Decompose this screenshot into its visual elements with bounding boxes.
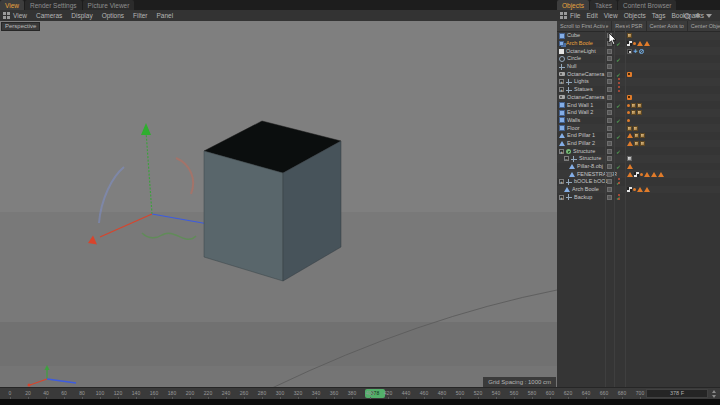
object-row-cube[interactable]: Cube✓ xyxy=(557,32,720,40)
layer-toggle[interactable] xyxy=(607,87,612,92)
texture-tag[interactable] xyxy=(627,33,632,38)
menu-options[interactable]: Options xyxy=(102,10,124,21)
object-row-arch-boole[interactable]: Arch Boole✓ xyxy=(557,40,720,48)
texture-tag[interactable] xyxy=(640,141,645,146)
layer-toggle[interactable] xyxy=(607,133,612,138)
frame-step-up-icon[interactable] xyxy=(712,390,716,393)
texture-tag[interactable] xyxy=(637,110,642,115)
editor-visibility-dot[interactable] xyxy=(618,78,620,80)
expand-icon[interactable]: + xyxy=(559,195,564,200)
visibility-state[interactable]: ✓ xyxy=(616,140,625,147)
texture-tag[interactable] xyxy=(631,103,636,108)
menu-filter[interactable]: Filter xyxy=(133,10,147,21)
layer-toggle[interactable] xyxy=(607,187,612,192)
object-row-octanelight[interactable]: OctaneLight✓✚ xyxy=(557,47,720,55)
visibility-state[interactable]: ✓ xyxy=(616,102,625,109)
menu-file[interactable]: File xyxy=(570,10,580,21)
texture-tag[interactable] xyxy=(627,156,632,161)
visibility-state[interactable] xyxy=(616,194,625,201)
layer-toggle[interactable] xyxy=(607,118,612,123)
visibility-state[interactable]: ✓ xyxy=(616,71,625,78)
phong-tag[interactable] xyxy=(627,141,633,146)
layer-toggle[interactable] xyxy=(607,141,612,146)
scene-canvas[interactable] xyxy=(0,21,557,388)
expand-icon[interactable]: + xyxy=(559,149,564,154)
phong-tag[interactable] xyxy=(644,41,650,46)
layer-toggle[interactable] xyxy=(607,79,612,84)
menu-cameras[interactable]: Cameras xyxy=(36,10,62,21)
display-tag[interactable] xyxy=(633,188,636,191)
layer-toggle[interactable] xyxy=(607,195,612,200)
texture-tag[interactable] xyxy=(627,126,632,131)
object-row-end-pillar-1[interactable]: End Pillar 1✓ xyxy=(557,132,720,140)
phong-tag[interactable] xyxy=(644,187,650,192)
phong-tag[interactable] xyxy=(637,187,643,192)
display-tag[interactable] xyxy=(640,173,643,176)
layer-toggle[interactable] xyxy=(607,103,612,108)
object-row-null[interactable]: Null✓ xyxy=(557,63,720,71)
phong-tag[interactable] xyxy=(627,172,633,177)
object-row-structure[interactable]: +Structure✕ xyxy=(557,147,720,155)
menu-view[interactable]: View xyxy=(13,10,27,21)
menu-objects[interactable]: Objects xyxy=(624,10,646,21)
visibility-state[interactable] xyxy=(616,78,625,85)
camera-tag[interactable] xyxy=(627,95,632,100)
visibility-state[interactable]: ✓ xyxy=(616,155,625,162)
layer-toggle[interactable] xyxy=(607,56,612,61)
layer-toggle[interactable] xyxy=(607,33,612,38)
phong-tag[interactable] xyxy=(627,164,633,169)
camera-view-label[interactable]: Perspective xyxy=(1,22,40,31)
visibility-state[interactable]: ✓ xyxy=(616,163,625,170)
search-icon[interactable] xyxy=(684,13,690,19)
layer-toggle[interactable] xyxy=(607,172,612,177)
editor-visibility-dot[interactable] xyxy=(618,86,620,88)
visibility-state[interactable] xyxy=(616,178,625,185)
layer-toggle[interactable] xyxy=(607,95,612,100)
layer-toggle[interactable] xyxy=(607,156,612,161)
object-row-end-pillar-2[interactable]: End Pillar 2✓ xyxy=(557,140,720,148)
visibility-state[interactable]: ✓ xyxy=(616,132,625,139)
visibility-state[interactable]: ✓ xyxy=(616,40,625,47)
gear-icon[interactable]: ✱ xyxy=(695,12,701,19)
x-axis[interactable] xyxy=(100,214,152,237)
visibility-state[interactable]: ✓ xyxy=(616,186,625,193)
visibility-state[interactable]: ✓ xyxy=(616,55,625,62)
phong-tag[interactable] xyxy=(651,172,657,177)
camera-tag[interactable] xyxy=(627,72,632,77)
visibility-state[interactable]: ✓ xyxy=(616,94,625,101)
tab-picture-viewer[interactable]: Picture Viewer xyxy=(83,0,135,10)
menu-panel[interactable]: Panel xyxy=(157,10,174,21)
render-visibility-dot[interactable] xyxy=(618,198,620,200)
visibility-state[interactable]: ✓ xyxy=(616,109,625,116)
menu-edit[interactable]: Edit xyxy=(586,10,597,21)
expand-icon[interactable]: + xyxy=(559,179,564,184)
object-row-pillar-8-obj[interactable]: Pillar-8.obj✓ xyxy=(557,163,720,171)
texture-tag[interactable] xyxy=(631,110,636,115)
object-row-octanecamera[interactable]: OctaneCamera✓ xyxy=(557,94,720,102)
timeline-ruler[interactable]: 378 378 F 020406080100120140160180200220… xyxy=(0,387,720,399)
frame-step-down-icon[interactable] xyxy=(712,395,716,398)
render-visibility-dot[interactable] xyxy=(618,90,620,92)
object-row-statues[interactable]: +Statues xyxy=(557,86,720,94)
frame-stepper[interactable] xyxy=(711,390,717,398)
render-visibility-dot[interactable] xyxy=(618,82,620,84)
layer-toggle[interactable] xyxy=(607,164,612,169)
object-row-end-wall-1[interactable]: End Wall 1✓ xyxy=(557,101,720,109)
texture-tag[interactable] xyxy=(640,133,645,138)
collapse-icon[interactable]: − xyxy=(564,156,569,161)
y-axis-arrowhead[interactable] xyxy=(141,123,151,135)
object-row-floor[interactable]: Floor✓ xyxy=(557,124,720,132)
texture-tag[interactable] xyxy=(634,141,639,146)
object-row-circle[interactable]: Circle✓ xyxy=(557,55,720,63)
object-row-arch-boole[interactable]: Arch Boole✓ xyxy=(557,186,720,194)
layer-toggle[interactable] xyxy=(607,72,612,77)
object-row-structure[interactable]: −Structure✓ xyxy=(557,155,720,163)
object-row-fenestrateru[interactable]: FENESTRATERU✓ xyxy=(557,170,720,178)
cube-left-face[interactable] xyxy=(204,151,283,281)
render-visibility-dot[interactable] xyxy=(618,182,620,184)
center-axis-to-button[interactable]: Center Axis to xyxy=(647,21,688,31)
viewport-panel-icon[interactable] xyxy=(3,12,10,19)
current-frame-field[interactable]: 378 F xyxy=(646,389,708,398)
display-tag[interactable] xyxy=(627,111,630,114)
visibility-state[interactable]: ✓ xyxy=(616,171,625,178)
